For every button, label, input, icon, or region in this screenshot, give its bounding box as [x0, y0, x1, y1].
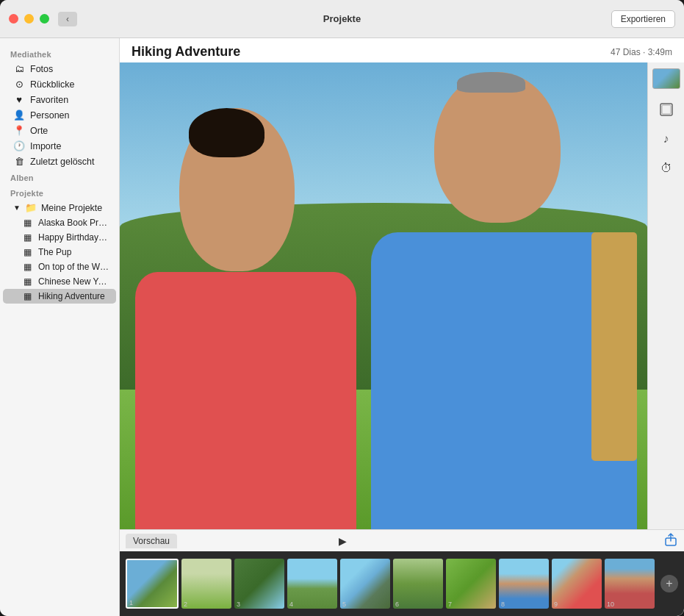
sidebar-label-fotos: Fotos	[30, 64, 53, 74]
filmstrip-item-3[interactable]: 3	[234, 559, 284, 609]
filmstrip-num-4: 4	[289, 601, 293, 608]
project-title: Hiking Adventure	[132, 44, 240, 60]
filmstrip-item-9[interactable]: 9	[552, 559, 602, 609]
filmstrip-item-5[interactable]: 5	[340, 559, 390, 609]
filmstrip-num-10: 10	[607, 601, 614, 608]
person-left-body	[146, 100, 368, 529]
sidebar-item-chinese[interactable]: ▦ Chinese New Year	[3, 274, 116, 289]
sidebar-meine-projekte[interactable]: ▼ 📁 Meine Projekte	[3, 200, 116, 215]
filmstrip-item-8[interactable]: 8	[499, 559, 549, 609]
sidebar-item-pup[interactable]: ▦ The Pup	[3, 245, 116, 259]
filmstrip-num-2: 2	[184, 601, 187, 608]
photo-content	[120, 62, 647, 529]
filmstrip-num-1: 1	[129, 599, 133, 606]
sidebar-item-zuletzt[interactable]: 🗑 Zuletzt gelöscht	[3, 154, 116, 169]
birthday-project-label: Happy Birthday…	[38, 232, 107, 243]
filmstrip-item-6[interactable]: 6	[393, 559, 443, 609]
person-left-shirt	[135, 272, 357, 530]
main-body: Mediathek 🗂 Fotos ⊙ Rückblicke ♥ Favorit…	[0, 38, 684, 616]
sidebar-label-favoriten: Favoriten	[30, 95, 68, 105]
titlebar: ‹ Projekte Exportieren	[0, 0, 684, 38]
preview-tab[interactable]: Vorschau	[126, 534, 177, 548]
window-title: Projekte	[323, 13, 361, 24]
sidebar-label-zuletzt: Zuletzt gelöscht	[30, 157, 95, 167]
meine-projekte-label: Meine Projekte	[41, 203, 102, 213]
sidebar-item-orte[interactable]: 📍 Orte	[3, 123, 116, 138]
filmstrip-item-10[interactable]: 10	[605, 559, 655, 609]
alaska-project-label: Alaska Book Proj…	[38, 218, 110, 228]
back-button[interactable]: ‹	[58, 12, 77, 26]
personen-icon: 👤	[13, 110, 25, 121]
sidebar-item-favoriten[interactable]: ♥ Favoriten	[3, 92, 116, 107]
chinese-project-label: Chinese New Year	[38, 276, 110, 287]
sidebar-item-importe[interactable]: 🕐 Importe	[3, 138, 116, 154]
ontop-project-icon: ▦	[24, 262, 34, 272]
content-header: Hiking Adventure 47 Dias · 3:49m	[120, 38, 684, 62]
filmstrip-item-7[interactable]: 7	[446, 559, 496, 609]
music-icon[interactable]: ♪	[658, 130, 675, 148]
person-left-hair	[189, 108, 264, 157]
frame-icon[interactable]	[658, 101, 675, 118]
person-right-hair	[457, 72, 525, 93]
sidebar-item-ontop[interactable]: ▦ On top of the W…	[3, 259, 116, 274]
hiking-project-label: Hiking Adventure	[38, 291, 105, 301]
close-button[interactable]	[9, 14, 18, 24]
sidebar-item-fotos[interactable]: 🗂 Fotos	[3, 61, 116, 76]
sidebar-section-projekte: Projekte	[0, 185, 119, 200]
ruckblicke-icon: ⊙	[13, 79, 25, 90]
sidebar-item-personen[interactable]: 👤 Personen	[3, 107, 116, 123]
main-photo-view[interactable]	[120, 62, 647, 529]
theme-thumbnail[interactable]	[652, 68, 680, 89]
filmstrip: 1 2 3 4 5 6 7	[120, 551, 684, 616]
share-button[interactable]	[663, 532, 678, 550]
project-meta: 47 Dias · 3:49m	[611, 47, 672, 57]
maximize-button[interactable]	[40, 14, 49, 24]
hiking-project-icon: ▦	[24, 291, 34, 301]
chinese-project-icon: ▦	[24, 276, 34, 287]
birthday-project-icon: ▦	[24, 232, 34, 243]
minimize-button[interactable]	[24, 14, 34, 24]
filmstrip-num-6: 6	[395, 601, 399, 608]
viewer-area: ♪ ⏱	[120, 62, 684, 529]
sidebar-label-personen: Personen	[30, 110, 70, 121]
filmstrip-num-8: 8	[501, 601, 505, 608]
sidebar-item-ruckblicke[interactable]: ⊙ Rückblicke	[3, 76, 116, 92]
preview-bar: Vorschau ▶	[120, 529, 684, 551]
importe-icon: 🕐	[13, 140, 25, 151]
person-left-head	[179, 108, 295, 271]
filmstrip-num-9: 9	[554, 601, 558, 608]
fotos-icon: 🗂	[13, 63, 25, 74]
timer-icon[interactable]: ⏱	[658, 160, 675, 177]
alaska-project-icon: ▦	[24, 218, 34, 228]
content-area: Hiking Adventure 47 Dias · 3:49m	[120, 38, 684, 616]
sidebar-item-alaska[interactable]: ▦ Alaska Book Proj…	[3, 215, 116, 230]
sidebar-item-birthday[interactable]: ▦ Happy Birthday…	[3, 230, 116, 245]
person-right	[384, 72, 637, 529]
orte-icon: 📍	[13, 125, 25, 136]
export-button[interactable]: Exportieren	[611, 10, 675, 28]
window-controls	[9, 14, 49, 24]
filmstrip-item-1[interactable]: 1	[126, 559, 179, 609]
pup-project-icon: ▦	[24, 247, 34, 257]
filmstrip-num-3: 3	[237, 601, 240, 608]
filmstrip-num-7: 7	[448, 601, 452, 608]
folder-icon: 📁	[25, 202, 37, 213]
sidebar: Mediathek 🗂 Fotos ⊙ Rückblicke ♥ Favorit…	[0, 38, 120, 616]
zuletzt-icon: 🗑	[13, 156, 25, 167]
play-button[interactable]: ▶	[339, 535, 347, 547]
favoriten-icon: ♥	[13, 94, 25, 105]
filmstrip-item-4[interactable]: 4	[287, 559, 337, 609]
person-left	[146, 100, 368, 529]
backpack-strap	[591, 232, 637, 461]
add-clip-button[interactable]: +	[660, 575, 678, 592]
sidebar-label-orte: Orte	[30, 126, 48, 136]
person-right-head	[434, 72, 561, 223]
filmstrip-item-2[interactable]: 2	[181, 559, 231, 609]
svg-rect-1	[662, 105, 671, 114]
app-window: ‹ Projekte Exportieren Mediathek 🗂 Fotos…	[0, 0, 684, 616]
ontop-project-label: On top of the W…	[38, 262, 109, 272]
sidebar-label-ruckblicke: Rückblicke	[30, 79, 74, 90]
sidebar-item-hiking[interactable]: ▦ Hiking Adventure	[3, 289, 116, 304]
filmstrip-num-5: 5	[342, 601, 346, 608]
back-icon: ‹	[66, 14, 69, 24]
